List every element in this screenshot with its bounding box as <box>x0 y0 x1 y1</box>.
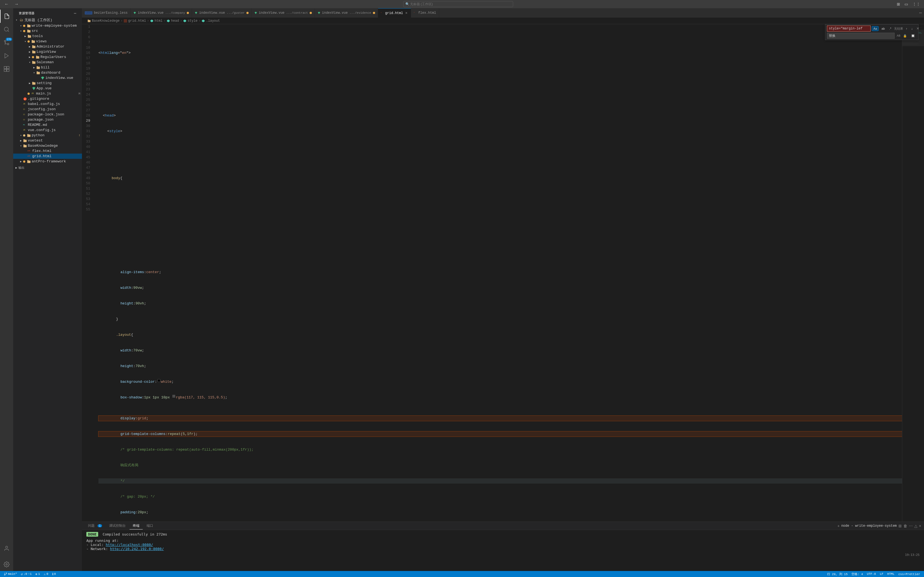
find-prev-button[interactable]: ↑ <box>904 26 909 31</box>
case-sensitive-button[interactable]: Aa <box>872 26 879 31</box>
breadcrumb-baseknowledge[interactable]: BaseKnowledege <box>92 19 120 23</box>
sidebar-content[interactable]: ▾ 🗂 无标题 (工作区) ▾ write-employee-system ▾ … <box>13 17 82 571</box>
indentation-item[interactable]: 空格: 4 <box>850 571 864 577</box>
tree-item-python[interactable]: ▾ python ! <box>13 133 82 138</box>
tree-item-baseknowledge[interactable]: ▾ BaseKnowledege <box>13 143 82 148</box>
tree-item-salesman[interactable]: ▾ Salesman <box>13 60 82 65</box>
tab-beziereasing[interactable]: LESS bezierEasing.less <box>82 8 131 18</box>
network-url[interactable]: http://10.242.192.0:8080/ <box>110 547 164 551</box>
breadcrumb-style[interactable]: style <box>187 19 197 23</box>
activity-item-search[interactable] <box>0 23 13 36</box>
panel-tab-debug-console[interactable]: 调试控制台 <box>106 522 129 529</box>
tree-item-app-vue[interactable]: ▶ App.vue <box>13 86 82 91</box>
tab-indexview-guster[interactable]: indexView.vue .../guster <box>192 8 252 18</box>
forward-button[interactable]: → <box>13 1 20 7</box>
terminal-blank-line <box>86 536 919 538</box>
panel-tab-problems[interactable]: 问题 1 <box>85 522 105 529</box>
panel-maximize-button[interactable]: △ <box>914 524 918 528</box>
code-line: background-color: white; <box>99 379 902 384</box>
find-close-button[interactable]: × <box>916 26 920 31</box>
replace-button[interactable]: 🔒 <box>901 33 909 39</box>
tab-indexview-contract[interactable]: indexView.vue .../contract <box>252 8 315 18</box>
tree-item-regularusers[interactable]: ▶ RegularUsers <box>13 55 82 60</box>
tree-item-vuetest[interactable]: ▶ vuetest <box>13 138 82 143</box>
tab-indexview-evidence[interactable]: indexView.vue .../evidence <box>315 8 378 18</box>
tree-item-dashboard[interactable]: ▾ dashboard <box>13 70 82 75</box>
tab-close-button[interactable]: × <box>404 11 408 15</box>
tree-item-main-js[interactable]: ▶ JS main.js M <box>13 91 82 96</box>
editor-content[interactable]: 1 2 6 7 10 <box>82 24 902 522</box>
whole-word-button[interactable]: ab <box>880 26 886 31</box>
activity-item-account[interactable] <box>0 542 13 555</box>
back-button[interactable]: ← <box>3 1 10 7</box>
language-item[interactable]: HTML <box>885 571 896 577</box>
tab-label: 问题 <box>88 524 95 528</box>
tab-flex-html[interactable]: H flex.html <box>411 8 439 18</box>
warnings-item[interactable]: ⚠ 0 <box>42 571 50 577</box>
breadcrumb-layout[interactable]: .layout <box>206 19 220 23</box>
replace-all-button[interactable]: 🔲 <box>909 33 917 39</box>
tree-item-bill[interactable]: ▶ bill <box>13 65 82 70</box>
errors-item[interactable]: ⊗ 1 <box>34 571 42 577</box>
kill-terminal-button[interactable]: 🗑 <box>903 524 907 528</box>
line-ending-item[interactable]: LF <box>878 571 885 577</box>
encoding-item[interactable]: UTF-8 <box>865 571 877 577</box>
layout-button[interactable]: ▭ <box>903 2 909 7</box>
cursor-position[interactable]: 行 29, 列 15 <box>825 571 850 577</box>
activity-item-extensions[interactable] <box>0 62 13 76</box>
tree-item-jsconfig[interactable]: ▶ {} jsconfig.json <box>13 106 82 112</box>
tree-item-admin[interactable]: ▶ Administrator <box>13 44 82 49</box>
code-line <box>99 160 902 165</box>
tree-item-babel[interactable]: ▶ JS babel.config.js <box>13 102 82 106</box>
replace-input[interactable] <box>827 33 895 39</box>
tab-bar-more[interactable]: ⋯ <box>917 10 924 16</box>
sidebar-section-output[interactable]: ▶ 输出 <box>13 164 82 170</box>
sync-item[interactable]: ↺ ↓0 ↑1 <box>19 571 33 577</box>
tree-item-write-employee[interactable]: ▾ write-employee-system <box>13 23 82 28</box>
find-input[interactable] <box>827 26 871 32</box>
breadcrumb-html[interactable]: html <box>155 19 163 23</box>
tree-item-package[interactable]: ▶ {} package.json <box>13 117 82 122</box>
tree-item-grid-html[interactable]: ▶ HTM grid.html <box>13 153 82 159</box>
tree-item-setting[interactable]: ▶ setting <box>13 81 82 86</box>
tab-grid-html[interactable]: H grid.html × <box>378 8 411 18</box>
activity-item-source-control[interactable]: 270 <box>0 36 13 49</box>
tree-item-tools[interactable]: ▶ tools <box>13 34 82 39</box>
tree-item-indexview[interactable]: ▶ indexView.vue <box>13 75 82 81</box>
info-item[interactable]: ℹ 0 <box>51 571 58 577</box>
panel-content[interactable]: DONE Compiled successfully in 272ms App … <box>82 530 924 571</box>
tree-item-gitignore[interactable]: ▶ git .gitignore <box>13 96 82 102</box>
formatter-item[interactable]: css⚡Prettier <box>897 571 922 577</box>
more-button[interactable]: ⋮⋮ <box>911 2 921 7</box>
tree-item-package-lock[interactable]: ▶ {} package-lock.json <box>13 112 82 117</box>
tree-item-workspace[interactable]: ▾ 🗂 无标题 (工作区) <box>13 17 82 23</box>
regex-button[interactable]: .* <box>888 26 893 31</box>
terminal-output-line: - Network: http://10.242.192.0:8080/ <box>86 547 919 551</box>
panel-close-button[interactable]: × <box>919 524 921 528</box>
local-url[interactable]: http://localhost:8080/ <box>106 543 153 547</box>
tree-item-flex-html[interactable]: ▶ HTM flex.html <box>13 148 82 153</box>
terminal-name[interactable]: node - write-employee-system <box>841 524 897 528</box>
sidebar-toggle-button[interactable]: ⊞ <box>896 2 901 7</box>
breadcrumb-head[interactable]: head <box>171 19 179 23</box>
activity-item-debug[interactable] <box>0 49 13 62</box>
tree-item-login[interactable]: ▶ LoginView <box>13 49 82 55</box>
panel-tab-terminal[interactable]: 终端 <box>129 522 143 529</box>
title-search-input[interactable] <box>403 1 513 7</box>
git-branch-item[interactable]: main* <box>2 571 19 577</box>
split-terminal-button[interactable]: ⊞ <box>898 524 902 528</box>
tree-item-vue-config[interactable]: ▶ JS vue.config.js <box>13 127 82 133</box>
tree-item-views[interactable]: ▾ views <box>13 39 82 44</box>
panel-tab-ports[interactable]: 端口 <box>143 522 157 529</box>
activity-item-explorer[interactable] <box>0 10 13 23</box>
tree-item-readme[interactable]: ▶ MD README.md <box>13 122 82 127</box>
tree-item-antpro[interactable]: ▶ antPro-framework <box>13 159 82 164</box>
add-terminal-button[interactable]: + <box>837 524 840 528</box>
tab-indexview-company[interactable]: indexView.vue .../company <box>131 8 192 18</box>
breadcrumb-grid-html[interactable]: grid.html <box>128 19 146 23</box>
activity-item-settings[interactable] <box>0 558 13 571</box>
tree-item-src[interactable]: ▾ src <box>13 28 82 34</box>
terminal-more-button[interactable]: ⋯ <box>909 524 913 528</box>
new-file-icon[interactable]: ⋯ <box>74 11 76 16</box>
find-next-button[interactable]: ↓ <box>910 26 915 31</box>
